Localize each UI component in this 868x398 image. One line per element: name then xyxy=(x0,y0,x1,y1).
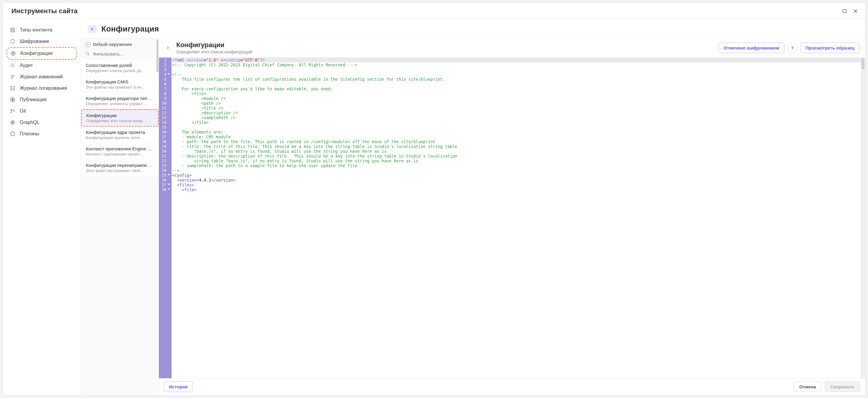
code-line[interactable]: - samplePath: the path to a sample file … xyxy=(172,163,861,168)
view-sample-button[interactable]: Просмотреть образец xyxy=(801,42,860,53)
code-line[interactable]: <samplePath /> xyxy=(172,115,861,120)
magnify-icon xyxy=(9,62,16,68)
mark-encrypted-button[interactable]: Отмечено шифрованием xyxy=(718,42,784,53)
cancel-button[interactable]: Отмена xyxy=(794,381,822,392)
grid-icon xyxy=(9,27,16,33)
config-list[interactable]: Сопоставление ролейОпределяет список рол… xyxy=(81,60,159,395)
svg-point-10 xyxy=(11,112,12,113)
window-controls xyxy=(842,8,859,14)
code-line[interactable]: <title /> xyxy=(172,106,861,110)
close-icon[interactable] xyxy=(852,8,859,14)
save-button[interactable]: Сохранить xyxy=(825,381,860,392)
config-item-title: Конфигурации xyxy=(86,113,153,118)
line-number: 5 xyxy=(162,77,169,82)
main-title: Конфигурация xyxy=(101,24,159,34)
filter-input[interactable] xyxy=(93,51,155,56)
code-line[interactable] xyxy=(172,82,861,86)
tools-window: Инструменты сайта Типы контентаШифровани… xyxy=(3,3,865,395)
sidenav-item-8[interactable]: GraphQL xyxy=(7,117,77,128)
code-line[interactable]: - description: the description of this f… xyxy=(172,154,861,159)
sidenav-item-4[interactable]: Журнал изменений xyxy=(7,71,77,83)
code-editor[interactable]: 1234567891011121314151617181920212223242… xyxy=(159,58,865,378)
config-item-6[interactable]: Конфигурация перенаправле…Этот файл наст… xyxy=(81,160,159,176)
config-list-scrollbar[interactable] xyxy=(156,38,159,395)
minimize-icon[interactable] xyxy=(842,8,847,14)
code-line[interactable]: </file> xyxy=(172,120,861,125)
svg-point-11 xyxy=(13,110,14,111)
editor-scrollbar[interactable] xyxy=(861,58,865,378)
code-line[interactable]: <!-- xyxy=(172,72,861,77)
sidenav-item-2[interactable]: Конфигурация xyxy=(7,47,77,60)
editor-title-block: Конфигурации Определяет этот список конф… xyxy=(176,41,252,54)
sidenav-item-9[interactable]: Плагины xyxy=(7,128,77,140)
code-line[interactable]: <!-- Copyright (C) 2022-2023 Digital Chi… xyxy=(172,62,861,67)
line-number: 27 xyxy=(162,182,169,187)
svg-rect-12 xyxy=(11,132,14,136)
collapse-config-list-button[interactable] xyxy=(164,44,172,52)
svg-point-5 xyxy=(12,53,14,54)
line-number: 24 xyxy=(162,168,169,173)
config-item-3[interactable]: КонфигурацииОпределяет этот список конф… xyxy=(81,109,159,127)
code-line[interactable]: <description /> xyxy=(172,110,861,115)
code-line[interactable]: "base.js", if no entry is found, Studio … xyxy=(172,149,861,154)
list-icon xyxy=(9,74,16,80)
line-number: 11 xyxy=(162,106,169,110)
code-line[interactable] xyxy=(172,67,861,72)
line-number: 12 xyxy=(162,110,169,115)
sidenav-item-label: Журнал логирования xyxy=(20,86,67,91)
sidenav-item-3[interactable]: Аудит xyxy=(7,60,77,71)
config-item-4[interactable]: Конфигурация ядра проектаКонфигурация пр… xyxy=(81,127,159,143)
config-item-5[interactable]: Контекст приложения Engine …Контекст при… xyxy=(81,143,159,160)
config-item-title: Сопоставление ролей xyxy=(86,63,154,68)
line-number: 22 xyxy=(162,159,169,163)
sidenav-item-1[interactable]: Шифрование xyxy=(7,36,77,47)
code-line[interactable]: <file> xyxy=(172,187,861,192)
window-title: Инструменты сайта xyxy=(11,7,78,15)
sidenav-item-7[interactable]: Git xyxy=(7,105,77,117)
code-line[interactable]: --> xyxy=(172,168,861,173)
help-icon[interactable]: ? xyxy=(787,42,798,53)
main-area: Конфигурация i Default окружение xyxy=(81,19,865,395)
line-number: 9 xyxy=(162,96,169,101)
code-line[interactable]: <path /> xyxy=(172,101,861,106)
sidenav-item-5[interactable]: Журнал логирования xyxy=(7,83,77,94)
code-content[interactable]: <?xml version="1.0" encoding="UTF-8"?><!… xyxy=(172,58,861,378)
sidenav-item-6[interactable]: Публикация xyxy=(7,94,77,105)
line-number: 6 xyxy=(162,82,169,86)
git-icon xyxy=(9,108,16,114)
code-line[interactable]: This file configures the list of configu… xyxy=(172,77,861,82)
config-item-0[interactable]: Сопоставление ролейОпределяет список рол… xyxy=(81,60,159,76)
config-item-1[interactable]: Конфигурация CMISЭти файлы настраивают 0… xyxy=(81,76,159,93)
svg-point-9 xyxy=(11,109,12,110)
code-line[interactable]: string table "base.js", if no entry is f… xyxy=(172,159,861,163)
code-line[interactable]: <files> xyxy=(172,182,861,187)
svg-rect-0 xyxy=(843,10,846,12)
code-line[interactable]: - module: CMS module xyxy=(172,135,861,139)
config-item-title: Контекст приложения Engine … xyxy=(86,146,154,151)
code-line[interactable]: <file> xyxy=(172,91,861,96)
sidenav-item-0[interactable]: Типы контента xyxy=(7,24,77,36)
line-number: 10 xyxy=(162,101,169,106)
line-number: 26 xyxy=(162,178,169,182)
config-item-title: Конфигурация CMIS xyxy=(86,79,154,84)
code-line[interactable]: <version>4.0.2</version> xyxy=(172,178,861,182)
code-line[interactable]: - path: the path to the file. This path … xyxy=(172,139,861,144)
code-line[interactable]: For every configuration you'd like to ma… xyxy=(172,86,861,91)
line-number: 1 xyxy=(162,58,169,62)
code-line[interactable] xyxy=(172,125,861,130)
workspace: i Default окружение Сопоставление ролейО… xyxy=(81,38,865,395)
code-line[interactable]: <config> xyxy=(172,173,861,178)
code-line[interactable]: The elements are: xyxy=(172,130,861,135)
history-button[interactable]: История xyxy=(164,381,193,392)
main-header: Конфигурация xyxy=(81,19,865,38)
line-number: 28 xyxy=(162,187,169,192)
sidenav-item-label: Git xyxy=(20,108,26,114)
config-item-2[interactable]: Конфигурация редактора тип…Определяет эл… xyxy=(81,93,159,109)
collapse-sidebar-button[interactable] xyxy=(88,25,97,33)
code-line[interactable]: <?xml version="1.0" encoding="UTF-8"?> xyxy=(172,58,861,62)
line-number: 25 xyxy=(162,173,169,178)
code-line[interactable]: - title: the title of this file. This sh… xyxy=(172,144,861,149)
code-line[interactable]: <module /> xyxy=(172,96,861,101)
sidenav-item-label: Журнал изменений xyxy=(20,74,63,80)
config-item-desc: Конфигурация проекта, испо… xyxy=(86,135,154,140)
